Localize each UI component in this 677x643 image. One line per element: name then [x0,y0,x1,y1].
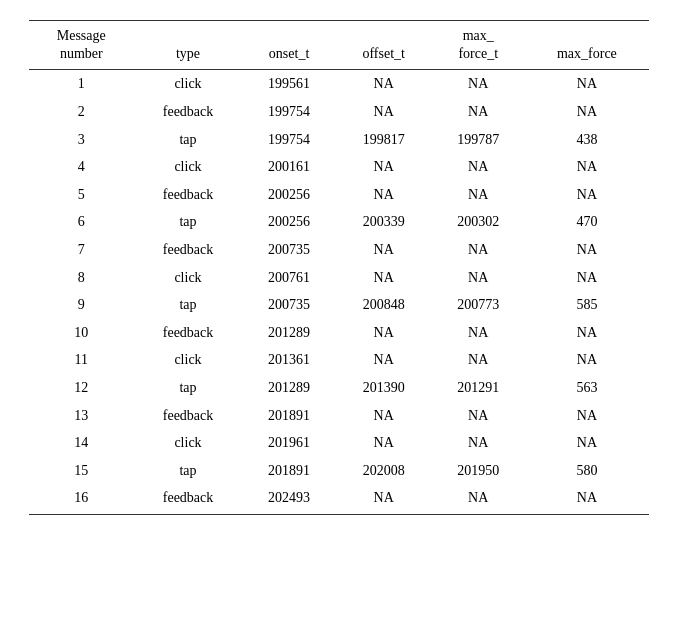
col-header-max-force-t: max_force_t [431,21,525,70]
table-row: 10feedback201289NANANA [29,319,649,347]
table-row: 8click200761NANANA [29,264,649,292]
cell-msg-num: 15 [29,457,135,485]
cell-max-force-t: NA [431,402,525,430]
cell-msg-num: 4 [29,153,135,181]
cell-offset-t: NA [336,319,431,347]
cell-type: tap [134,374,242,402]
cell-max-force-t: NA [431,98,525,126]
cell-onset-t: 201361 [242,346,336,374]
cell-type: click [134,264,242,292]
cell-type: tap [134,208,242,236]
cell-max-force: NA [525,70,648,98]
col-header-onset-t: onset_t [242,21,336,70]
table-row: 14click201961NANANA [29,429,649,457]
cell-max-force-t: NA [431,153,525,181]
cell-max-force-t: 200773 [431,291,525,319]
cell-offset-t: NA [336,346,431,374]
table-row: 1click199561NANANA [29,70,649,98]
cell-max-force: 585 [525,291,648,319]
cell-msg-num: 1 [29,70,135,98]
cell-max-force: NA [525,236,648,264]
cell-onset-t: 201891 [242,402,336,430]
cell-max-force-t: NA [431,181,525,209]
cell-max-force: NA [525,346,648,374]
table-row: 15tap201891202008201950580 [29,457,649,485]
cell-msg-num: 5 [29,181,135,209]
cell-max-force: NA [525,429,648,457]
cell-offset-t: NA [336,181,431,209]
table-row: 6tap200256200339200302470 [29,208,649,236]
cell-onset-t: 199754 [242,126,336,154]
cell-type: click [134,429,242,457]
col-header-type: type [134,21,242,70]
header-row: Messagenumber type onset_t offset_t max_… [29,21,649,70]
cell-max-force-t: NA [431,484,525,514]
table-row: 11click201361NANANA [29,346,649,374]
cell-max-force: NA [525,402,648,430]
cell-onset-t: 201961 [242,429,336,457]
cell-onset-t: 199561 [242,70,336,98]
table-row: 5feedback200256NANANA [29,181,649,209]
cell-msg-num: 16 [29,484,135,514]
cell-offset-t: NA [336,429,431,457]
table-row: 3tap199754199817199787438 [29,126,649,154]
cell-max-force-t: NA [431,264,525,292]
table-row: 4click200161NANANA [29,153,649,181]
cell-max-force-t: NA [431,319,525,347]
cell-msg-num: 10 [29,319,135,347]
cell-max-force: NA [525,319,648,347]
cell-type: feedback [134,236,242,264]
cell-max-force: NA [525,181,648,209]
cell-type: feedback [134,319,242,347]
col-header-message-number: Messagenumber [29,21,135,70]
table-row: 13feedback201891NANANA [29,402,649,430]
cell-offset-t: 202008 [336,457,431,485]
cell-onset-t: 200161 [242,153,336,181]
cell-max-force-t: NA [431,70,525,98]
cell-msg-num: 13 [29,402,135,430]
cell-offset-t: NA [336,402,431,430]
cell-msg-num: 12 [29,374,135,402]
cell-type: tap [134,291,242,319]
cell-type: click [134,153,242,181]
table-row: 2feedback199754NANANA [29,98,649,126]
cell-onset-t: 199754 [242,98,336,126]
cell-offset-t: 199817 [336,126,431,154]
cell-max-force-t: 199787 [431,126,525,154]
cell-offset-t: NA [336,264,431,292]
cell-msg-num: 2 [29,98,135,126]
col-header-offset-t: offset_t [336,21,431,70]
cell-max-force: 470 [525,208,648,236]
cell-max-force: NA [525,98,648,126]
cell-max-force-t: 200302 [431,208,525,236]
col-header-max-force: max_force [525,21,648,70]
cell-msg-num: 11 [29,346,135,374]
cell-type: feedback [134,98,242,126]
cell-onset-t: 200735 [242,236,336,264]
cell-offset-t: 200848 [336,291,431,319]
table-row: 12tap201289201390201291563 [29,374,649,402]
cell-max-force-t: 201950 [431,457,525,485]
cell-max-force: NA [525,153,648,181]
cell-max-force: 438 [525,126,648,154]
table-row: 9tap200735200848200773585 [29,291,649,319]
cell-type: feedback [134,402,242,430]
cell-max-force-t: NA [431,236,525,264]
cell-max-force-t: NA [431,346,525,374]
cell-type: tap [134,126,242,154]
cell-onset-t: 201289 [242,319,336,347]
cell-type: feedback [134,181,242,209]
table-row: 7feedback200735NANANA [29,236,649,264]
cell-msg-num: 9 [29,291,135,319]
cell-offset-t: NA [336,153,431,181]
cell-max-force: NA [525,264,648,292]
cell-max-force-t: NA [431,429,525,457]
cell-onset-t: 201289 [242,374,336,402]
cell-max-force: 563 [525,374,648,402]
cell-onset-t: 200256 [242,208,336,236]
table-container: Messagenumber type onset_t offset_t max_… [29,20,649,515]
data-table: Messagenumber type onset_t offset_t max_… [29,20,649,515]
cell-offset-t: NA [336,70,431,98]
cell-onset-t: 201891 [242,457,336,485]
cell-max-force: NA [525,484,648,514]
